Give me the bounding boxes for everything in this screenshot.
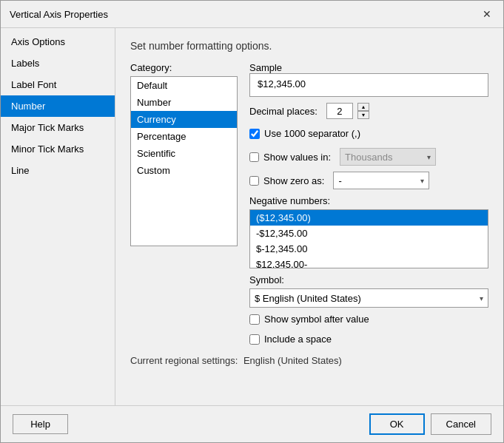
decimal-places-label: Decimal places:	[249, 106, 317, 117]
help-button[interactable]: Help	[13, 414, 68, 434]
include-space-row: Include a space	[249, 334, 488, 345]
dialog-footer: Help OK Cancel	[1, 405, 503, 442]
cancel-button[interactable]: Cancel	[431, 413, 491, 435]
sidebar-item-minor-tick-marks[interactable]: Minor Tick Marks	[1, 138, 115, 160]
negative-numbers-section: Negative numbers: ($12,345.00) -$12,345.…	[249, 195, 488, 268]
neg-item-2[interactable]: $-12,345.00	[250, 241, 488, 257]
sidebar-item-label-font[interactable]: Label Font	[1, 74, 115, 95]
category-percentage[interactable]: Percentage	[131, 128, 237, 145]
symbol-section: Symbol: $ English (United States) ▾	[249, 274, 488, 308]
main-content: Set number formatting options. Category:…	[115, 28, 503, 405]
decimal-places-row: Decimal places: ▴ ▾	[249, 103, 488, 119]
show-zero-value: -	[338, 175, 341, 186]
separator-checkbox[interactable]	[249, 129, 260, 139]
section-title: Set number formatting options.	[130, 40, 488, 52]
symbol-arrow: ▾	[480, 294, 483, 302]
show-values-label: Show values in:	[263, 152, 331, 163]
show-values-checkbox[interactable]	[249, 152, 259, 162]
close-button[interactable]: ✕	[480, 7, 494, 21]
symbol-dropdown[interactable]: $ English (United States) ▾	[249, 288, 488, 308]
neg-item-0[interactable]: ($12,345.00)	[250, 210, 488, 226]
show-symbol-label: Show symbol after value	[264, 314, 369, 325]
show-zero-arrow: ▾	[420, 177, 424, 185]
symbol-value: $ English (United States)	[255, 293, 361, 304]
sample-value: $12,345.00	[249, 73, 488, 97]
spinner-up[interactable]: ▴	[357, 103, 369, 111]
sample-label: Sample	[249, 62, 484, 73]
symbol-label: Symbol:	[249, 274, 488, 285]
category-number[interactable]: Number	[131, 94, 237, 111]
include-space-checkbox[interactable]	[249, 334, 260, 345]
category-list: Default Number Currency Percentage Scien…	[130, 76, 238, 246]
footer-left: Help	[13, 414, 68, 434]
footer-right: OK Cancel	[369, 413, 491, 435]
show-values-dropdown[interactable]: Thousands ▾	[340, 148, 436, 166]
separator-row: Use 1000 separator (,)	[249, 128, 488, 139]
neg-item-1[interactable]: -$12,345.00	[250, 226, 488, 241]
right-panel: Sample $12,345.00 Decimal places: ▴ ▾	[249, 62, 488, 348]
category-custom[interactable]: Custom	[131, 162, 237, 179]
sidebar-item-axis-options[interactable]: Axis Options	[1, 31, 115, 53]
regional-label: Current regional settings:	[130, 355, 238, 366]
category-default[interactable]: Default	[131, 77, 237, 94]
show-zero-dropdown[interactable]: - ▾	[333, 172, 429, 189]
negative-numbers-label: Negative numbers:	[249, 195, 488, 206]
dialog-title: Vertical Axis Properties	[10, 9, 108, 20]
show-zero-checkbox[interactable]	[249, 176, 259, 186]
sidebar-item-labels[interactable]: Labels	[1, 53, 115, 74]
regional-row: Current regional settings: English (Unit…	[130, 355, 488, 366]
show-values-row: Show values in: Thousands ▾	[249, 148, 488, 166]
sidebar-item-major-tick-marks[interactable]: Major Tick Marks	[1, 117, 115, 138]
title-bar: Vertical Axis Properties ✕	[1, 1, 503, 28]
dialog-body: Axis Options Labels Label Font Number Ma…	[1, 28, 503, 405]
include-space-label: Include a space	[264, 334, 332, 345]
sidebar: Axis Options Labels Label Font Number Ma…	[1, 28, 115, 405]
decimal-places-input[interactable]	[326, 103, 353, 119]
show-zero-row: Show zero as: - ▾	[249, 172, 488, 189]
show-symbol-row: Show symbol after value	[249, 314, 488, 325]
category-scientific[interactable]: Scientific	[131, 145, 237, 162]
category-currency[interactable]: Currency	[131, 111, 237, 128]
neg-item-3[interactable]: $12,345.00-	[250, 257, 488, 268]
show-values-value: Thousands	[345, 152, 392, 163]
sidebar-item-line[interactable]: Line	[1, 160, 115, 181]
ok-button[interactable]: OK	[369, 413, 425, 435]
category-label: Category:	[130, 62, 238, 73]
dialog: Vertical Axis Properties ✕ Axis Options …	[0, 0, 504, 443]
decimal-spinner: ▴ ▾	[357, 103, 369, 119]
show-values-arrow: ▾	[427, 153, 431, 161]
separator-label: Use 1000 separator (,)	[264, 128, 360, 139]
show-zero-label: Show zero as:	[263, 175, 324, 186]
negative-numbers-list: ($12,345.00) -$12,345.00 $-12,345.00 $12…	[249, 209, 488, 268]
show-symbol-checkbox[interactable]	[249, 314, 260, 325]
spinner-down[interactable]: ▾	[357, 111, 369, 119]
sidebar-item-number[interactable]: Number	[1, 95, 115, 117]
regional-value: English (United States)	[243, 355, 342, 366]
